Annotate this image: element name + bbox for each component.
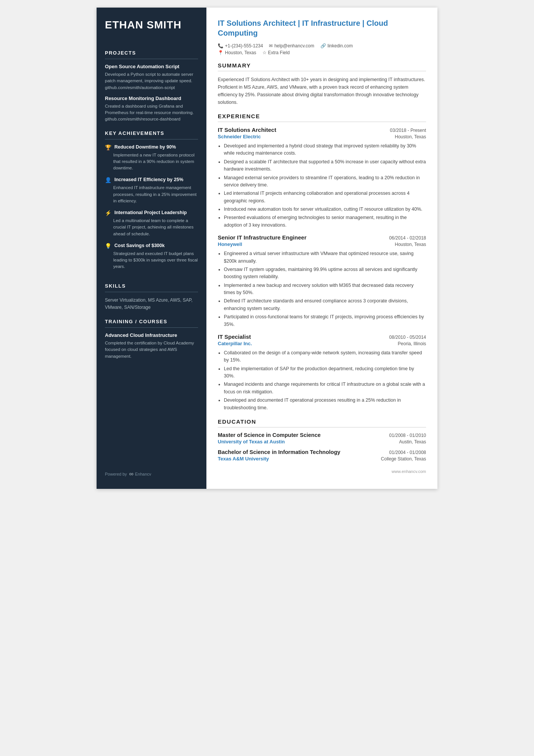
summary-section: SUMMARY Experienced IT Solutions Archite…	[218, 62, 426, 106]
achievement-1-title: Reduced Downtime by 90%	[114, 144, 176, 150]
sidebar: ETHAN SMITH PROJECTS Open Source Automat…	[97, 8, 206, 489]
bolt-icon: ⚡	[105, 210, 111, 216]
job-1: IT Solutions Architect 03/2018 - Present…	[218, 127, 426, 229]
job-1-date: 03/2018 - Present	[390, 128, 426, 133]
location-text: Houston, Texas	[225, 50, 256, 55]
skills-title: SKILLS	[105, 283, 198, 289]
edu-2-header: Bachelor of Science in Information Techn…	[218, 449, 426, 455]
job-3-bullet-2: Led the implementation of SAP for the pr…	[224, 365, 426, 380]
projects-divider	[105, 59, 198, 59]
education-divider	[218, 427, 426, 427]
location-icon: 📍	[218, 50, 223, 55]
website-text: www.enhancv.com	[392, 469, 426, 474]
phone-contact: 📞 +1-(234)-555-1234	[218, 43, 263, 49]
achievement-4-desc: Strategized and executed IT budget plans…	[105, 250, 198, 270]
job-2-bullets: Engineered a virtual server infrastructu…	[218, 250, 426, 328]
job-2-title: Senior IT Infrastructure Engineer	[218, 234, 306, 241]
achievement-4-title: Cost Savings of $300k	[114, 243, 165, 249]
phone-text: +1-(234)-555-1234	[225, 43, 263, 49]
achievement-2-header: 👤 Increased IT Efficiency by 25%	[105, 177, 198, 183]
job-2-date: 06/2014 - 02/2018	[389, 235, 426, 241]
email-text: help@enhancv.com	[274, 43, 314, 49]
job-3-header: IT Specialist 08/2010 - 05/2014	[218, 333, 426, 340]
lightbulb-icon: 💡	[105, 243, 111, 249]
achievement-2: 👤 Increased IT Efficiency by 25% Enhance…	[105, 177, 198, 204]
edu-1-header: Master of Science in Computer Science 01…	[218, 432, 426, 438]
phone-icon: 📞	[218, 43, 223, 49]
linkedin-contact: 🔗 linkedin.com	[320, 43, 353, 49]
job-3-date: 08/2010 - 05/2014	[389, 335, 426, 340]
skills-section: SKILLS Server Virtualization, MS Azure, …	[105, 275, 198, 311]
edu-1-school-row: University of Texas at Austin Austin, Te…	[218, 439, 426, 445]
job-1-bullet-4: Led international IT projects enhancing …	[224, 190, 426, 205]
job-2: Senior IT Infrastructure Engineer 06/201…	[218, 234, 426, 328]
job-3-title: IT Specialist	[218, 333, 251, 340]
job-3-bullet-3: Managed incidents and change requirement…	[224, 381, 426, 396]
project-item-2: Resource Monitoring Dashboard Created a …	[105, 95, 198, 123]
job-1-bullet-5: Introduced new automation tools for serv…	[224, 206, 426, 213]
achievement-4-header: 💡 Cost Savings of $300k	[105, 243, 198, 249]
logo-icon: ∞	[129, 471, 133, 477]
job-2-company: Honeywell	[218, 241, 242, 247]
job-1-location: Houston, Texas	[395, 134, 426, 139]
job-2-location: Houston, Texas	[395, 242, 426, 247]
job-2-bullet-1: Engineered a virtual server infrastructu…	[224, 250, 426, 265]
experience-title: EXPERIENCE	[218, 113, 426, 119]
education-section: EDUCATION Master of Science in Computer …	[218, 418, 426, 462]
candidate-name: ETHAN SMITH	[105, 19, 198, 31]
job-1-bullet-1: Developed and implemented a hybrid cloud…	[224, 142, 426, 157]
edu-2-school: Texas A&M University	[218, 456, 269, 462]
job-3-company-row: Caterpillar Inc. Peoria, Illinois	[218, 341, 426, 346]
job-2-header: Senior IT Infrastructure Engineer 06/201…	[218, 234, 426, 241]
edu-1-location: Austin, Texas	[399, 439, 426, 445]
edu-2-degree: Bachelor of Science in Information Techn…	[218, 449, 340, 455]
achievements-section: KEY ACHIEVEMENTS 🏆 Reduced Downtime by 9…	[105, 123, 198, 275]
job-1-company-row: Schneider Electric Houston, Texas	[218, 134, 426, 139]
extra-contact: ☆ Extra Field	[262, 50, 290, 55]
job-2-company-row: Honeywell Houston, Texas	[218, 241, 426, 247]
training-title: TRAINING / COURSES	[105, 319, 198, 324]
sidebar-footer: Powered by ∞ Enhancv	[105, 463, 198, 477]
job-1-title: IT Solutions Architect	[218, 127, 276, 133]
achievement-3-desc: Led a multinational team to complete a c…	[105, 218, 198, 237]
job-3-bullet-1: Collaborated on the design of a company-…	[224, 349, 426, 364]
summary-divider	[218, 71, 426, 71]
linkedin-icon: 🔗	[320, 43, 326, 49]
edu-1-school: University of Texas at Austin	[218, 439, 285, 445]
job-1-bullet-6: Presented evaluations of emerging techno…	[224, 214, 426, 229]
main-footer: www.enhancv.com	[218, 469, 426, 474]
achievement-3-title: International Project Leadership	[114, 210, 187, 216]
job-2-bullet-4: Defined IT architecture standards and en…	[224, 297, 426, 312]
project-2-desc: Created a dashboard using Grafana and Pr…	[105, 103, 198, 123]
job-3-location: Peoria, Illinois	[398, 341, 426, 346]
job-3-bullet-4: Developed and documented IT operational …	[224, 397, 426, 412]
trophy-icon: 🏆	[105, 144, 111, 150]
job-1-bullets: Developed and implemented a hybrid cloud…	[218, 142, 426, 229]
brand-name: Enhancv	[135, 472, 151, 476]
projects-title: PROJECTS	[105, 50, 198, 56]
job-2-bullet-2: Oversaw IT system upgrades, maintaining …	[224, 266, 426, 281]
person-icon: 👤	[105, 177, 111, 183]
project-1-title: Open Source Automation Script	[105, 64, 198, 69]
edu-2-date: 01/2004 - 01/2008	[389, 450, 426, 455]
skills-text: Server Virtualization, MS Azure, AWS, SA…	[105, 297, 198, 311]
skills-divider	[105, 292, 198, 292]
achievement-1-header: 🏆 Reduced Downtime by 90%	[105, 144, 198, 150]
job-2-bullet-5: Participated in cross-functional teams f…	[224, 313, 426, 328]
project-item-1: Open Source Automation Script Developed …	[105, 64, 198, 91]
summary-title: SUMMARY	[218, 62, 426, 69]
job-2-bullet-3: Implemented a new backup and recovery so…	[224, 282, 426, 297]
job-1-company: Schneider Electric	[218, 134, 261, 139]
powered-by-label: Powered by	[105, 472, 127, 476]
achievements-divider	[105, 139, 198, 139]
achievement-3-header: ⚡ International Project Leadership	[105, 210, 198, 216]
achievement-3: ⚡ International Project Leadership Led a…	[105, 210, 198, 237]
project-2-title: Resource Monitoring Dashboard	[105, 95, 198, 101]
edu-2-school-row: Texas A&M University College Station, Te…	[218, 456, 426, 462]
star-icon: ☆	[262, 50, 267, 55]
experience-divider	[218, 122, 426, 122]
experience-section: EXPERIENCE IT Solutions Architect 03/201…	[218, 113, 426, 412]
email-contact: ✉ help@enhancv.com	[269, 43, 314, 49]
edu-2-location: College Station, Texas	[381, 456, 426, 462]
projects-section: PROJECTS Open Source Automation Script D…	[105, 42, 198, 123]
